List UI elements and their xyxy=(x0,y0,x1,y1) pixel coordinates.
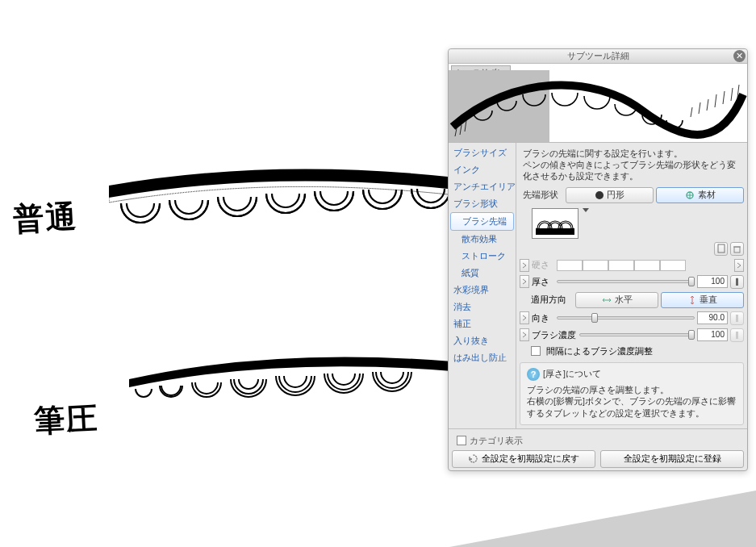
trash-icon xyxy=(733,244,741,253)
titlebar[interactable]: サブツール詳細 ✕ xyxy=(449,49,747,64)
svg-line-4 xyxy=(691,107,692,117)
svg-rect-12 xyxy=(536,228,574,235)
sidebar-item-spray[interactable]: 散布効果 xyxy=(449,231,516,248)
horizontal-icon xyxy=(602,296,612,304)
lace-thumb-icon xyxy=(536,212,574,236)
dynamics-icon xyxy=(733,278,741,286)
sidebar-item-erase[interactable]: 消去 xyxy=(449,299,516,315)
svg-line-7 xyxy=(715,94,716,107)
expand-density[interactable] xyxy=(520,328,529,341)
category-sidebar: ブラシサイズ インク アンチエイリアス ブラシ形状 ブラシ先端 散布効果 ストロ… xyxy=(449,143,516,428)
density-label: ブラシ濃度 xyxy=(532,329,577,341)
vertical-icon xyxy=(688,295,696,305)
expand-direction[interactable] xyxy=(520,311,529,324)
lace-stroke-normal xyxy=(109,161,456,250)
settings-content: ブラシの先端に関する設定を行います。 ペンの傾きや向きによってブラシ先端の形状を… xyxy=(516,143,747,428)
svg-line-5 xyxy=(699,102,700,114)
sidebar-item-watercolor[interactable]: 水彩境界 xyxy=(449,282,516,299)
direction-slider[interactable] xyxy=(557,312,695,324)
hardness-label: 硬さ xyxy=(532,259,554,271)
panel-title: サブツール詳細 xyxy=(567,50,629,62)
panel-footer: カテゴリ表示 全設定を初期設定に戻す 全設定を初期設定に登録 xyxy=(449,428,747,470)
sidebar-item-brushtip[interactable]: ブラシ先端 xyxy=(450,212,514,231)
description-text: ブラシの先端に関する設定を行います。 ペンの傾きや向きによってブラシ先端の形状を… xyxy=(520,146,744,187)
help-icon: ? xyxy=(527,368,540,381)
sidebar-item-brushsize[interactable]: ブラシサイズ xyxy=(449,144,516,161)
brush-preview: レースリボン xyxy=(449,64,747,143)
applydir-label: 適用方向 xyxy=(531,294,573,306)
dynamics-icon xyxy=(733,314,741,323)
expand-hardness[interactable] xyxy=(520,259,529,272)
material-icon xyxy=(685,190,695,200)
help-body-text: ブラシの先端の厚さを調整します。 右横の[影響元]ボタンで、ブラシの先端の厚さに… xyxy=(527,384,737,420)
hardness-next[interactable] xyxy=(734,259,744,272)
sidebar-item-inout[interactable]: 入り抜き xyxy=(449,332,516,349)
label-normal: 普通 xyxy=(12,196,79,240)
sidebar-item-overflow[interactable]: はみ出し防止 xyxy=(449,349,516,366)
sidebar-item-antialias[interactable]: アンチエイリアス xyxy=(449,178,516,195)
page-icon xyxy=(716,244,726,253)
gap-density-checkbox[interactable] xyxy=(531,346,541,356)
shadow-decoration xyxy=(449,491,756,547)
direction-value[interactable]: 90.0 xyxy=(697,311,728,324)
svg-rect-14 xyxy=(734,247,740,253)
subtool-detail-panel: サブツール詳細 ✕ レースリボン ブラシサイズ インク アンチエイリアス xyxy=(448,48,748,471)
thickness-dynamics-button[interactable] xyxy=(730,275,744,289)
preview-stroke xyxy=(449,70,747,143)
density-value[interactable]: 100 xyxy=(697,328,728,341)
sidebar-item-stroke[interactable]: ストローク xyxy=(449,248,516,265)
sidebar-item-brushshape[interactable]: ブラシ形状 xyxy=(449,195,516,212)
tipshape-label: 先端形状 xyxy=(520,189,563,201)
svg-point-17 xyxy=(736,278,738,280)
gap-density-label: 間隔によるブラシ濃度調整 xyxy=(546,345,653,357)
help-title-text: [厚さ]について xyxy=(543,368,601,380)
tipshape-circle-button[interactable]: 円形 xyxy=(566,187,654,203)
svg-rect-18 xyxy=(736,315,738,322)
thickness-slider[interactable] xyxy=(557,276,695,287)
reset-icon xyxy=(468,453,478,464)
density-dynamics-button[interactable] xyxy=(730,328,744,342)
density-slider[interactable] xyxy=(579,329,695,340)
svg-line-8 xyxy=(723,91,725,104)
hardness-selector[interactable] xyxy=(557,260,732,271)
svg-line-9 xyxy=(731,88,733,101)
expand-thickness[interactable] xyxy=(520,275,529,288)
tip-thumbnail[interactable] xyxy=(532,208,578,239)
svg-rect-19 xyxy=(736,332,738,339)
register-defaults-button[interactable]: 全設定を初期設定に登録 xyxy=(600,450,744,468)
reset-defaults-button[interactable]: 全設定を初期設定に戻す xyxy=(452,450,595,468)
lace-stroke-pressure xyxy=(129,347,452,436)
help-box: ? [厚さ]について ブラシの先端の厚さを調整します。 右横の[影響元]ボタンで… xyxy=(520,362,744,425)
close-button[interactable]: ✕ xyxy=(733,50,746,62)
circle-icon xyxy=(595,191,604,199)
applydir-horizontal-button[interactable]: 水平 xyxy=(575,292,658,308)
dropdown-arrow-icon[interactable] xyxy=(583,208,589,212)
direction-label: 向き xyxy=(532,312,554,324)
sidebar-item-ink[interactable]: インク xyxy=(449,161,516,178)
category-toggle-label: カテゴリ表示 xyxy=(470,435,523,447)
label-pressure: 筆圧 xyxy=(33,398,100,442)
svg-line-6 xyxy=(707,99,708,111)
thickness-label: 厚さ xyxy=(532,276,554,288)
category-toggle-checkbox[interactable] xyxy=(457,436,466,445)
add-material-button[interactable] xyxy=(714,242,728,256)
delete-material-button[interactable] xyxy=(730,242,744,256)
tipshape-material-button[interactable]: 素材 xyxy=(656,187,744,203)
sidebar-item-texture[interactable]: 紙質 xyxy=(449,265,516,282)
svg-rect-13 xyxy=(718,244,725,253)
thickness-value[interactable]: 100 xyxy=(697,275,728,288)
direction-dynamics-button[interactable] xyxy=(730,311,744,325)
dynamics-icon xyxy=(733,331,741,340)
applydir-vertical-button[interactable]: 垂直 xyxy=(661,292,744,308)
sidebar-item-correction[interactable]: 補正 xyxy=(449,315,516,332)
